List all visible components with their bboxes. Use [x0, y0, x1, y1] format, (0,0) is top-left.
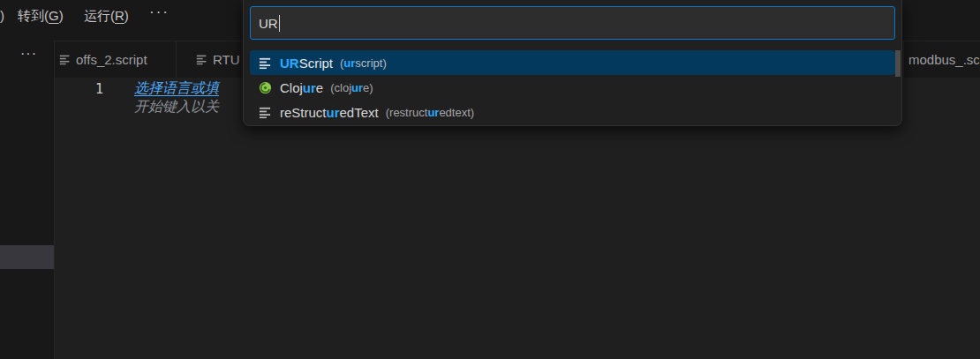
- label-part: e: [316, 80, 323, 95]
- start-typing-hint: 开始键入以关: [134, 98, 219, 116]
- menu-item-clipped: ): [0, 8, 4, 23]
- item-description: (clojure): [330, 81, 373, 94]
- menu-goto-post: ): [59, 8, 64, 23]
- language-file-icon: [196, 54, 207, 65]
- label-match: ur: [327, 105, 340, 120]
- menu-goto-pre: 转到(: [18, 8, 49, 23]
- desc-match: ur: [343, 56, 355, 70]
- item-label: Clojure: [280, 80, 323, 95]
- line-number: 1: [95, 81, 103, 97]
- desc-part: e): [363, 81, 373, 94]
- scrollbar-thumb[interactable]: [895, 50, 901, 77]
- sidebar-selected-item[interactable]: [0, 245, 54, 269]
- menu-goto-mnemonic: G: [49, 8, 59, 23]
- quick-pick-item-clojure[interactable]: Clojure (clojure): [250, 75, 895, 100]
- desc-part: edtext): [439, 106, 474, 119]
- label-part: Cloj: [280, 80, 303, 95]
- menu-run-post: ): [124, 8, 129, 23]
- label-part: edText: [340, 105, 379, 120]
- tab-title: offs_2.script: [76, 52, 147, 67]
- quick-pick-item-restructuredtext[interactable]: reStructuredText (restructuredtext): [250, 100, 895, 124]
- menu-run-pre: 运行(: [84, 8, 115, 23]
- desc-match: ur: [427, 106, 439, 119]
- quick-pick-input[interactable]: UR: [250, 6, 895, 40]
- item-description: (urscript): [340, 56, 387, 70]
- quick-pick-item-urscript[interactable]: URScript (urscript): [250, 50, 895, 75]
- label-match: ur: [303, 80, 316, 95]
- text-cursor: [279, 15, 280, 32]
- label-rest: Script: [299, 56, 333, 71]
- menu-item-run[interactable]: 运行(R): [84, 8, 129, 25]
- desc-match: ur: [351, 81, 363, 94]
- item-label: URScript: [280, 56, 333, 71]
- quick-pick-panel: UR URScript (urscript) Clojure (clojure): [243, 0, 902, 126]
- label-match: UR: [280, 56, 299, 71]
- menu-overflow-ellipsis-icon[interactable]: ···: [149, 4, 170, 21]
- menu-item-goto[interactable]: 转到(G): [18, 8, 64, 25]
- language-mode-icon: [259, 56, 272, 70]
- language-file-icon: [59, 54, 71, 65]
- desc-part: (cloj: [330, 81, 351, 94]
- item-description: (restructuredtext): [386, 106, 474, 119]
- clojure-icon: [259, 81, 272, 94]
- quick-pick-input-value: UR: [259, 16, 278, 31]
- desc-part: script): [355, 56, 386, 70]
- item-label: reStructuredText: [280, 105, 379, 120]
- label-part: reStruct: [280, 105, 327, 120]
- tab-title: modbus_.scr: [908, 52, 980, 67]
- sidebar: ···: [0, 41, 55, 359]
- tab-title: RTU: [213, 52, 240, 67]
- tab-offs-2-script[interactable]: offs_2.script: [55, 41, 177, 78]
- choose-language-link[interactable]: 选择语言或填: [134, 79, 219, 98]
- tab-modbus-scr[interactable]: modbus_.scr: [903, 41, 980, 78]
- language-mode-icon: [259, 106, 272, 119]
- sidebar-more-actions-icon[interactable]: ···: [20, 46, 37, 62]
- menu-run-mnemonic: R: [115, 8, 124, 23]
- quick-pick-list: URScript (urscript) Clojure (clojure) re…: [250, 50, 895, 124]
- desc-part: (restruct: [386, 106, 428, 119]
